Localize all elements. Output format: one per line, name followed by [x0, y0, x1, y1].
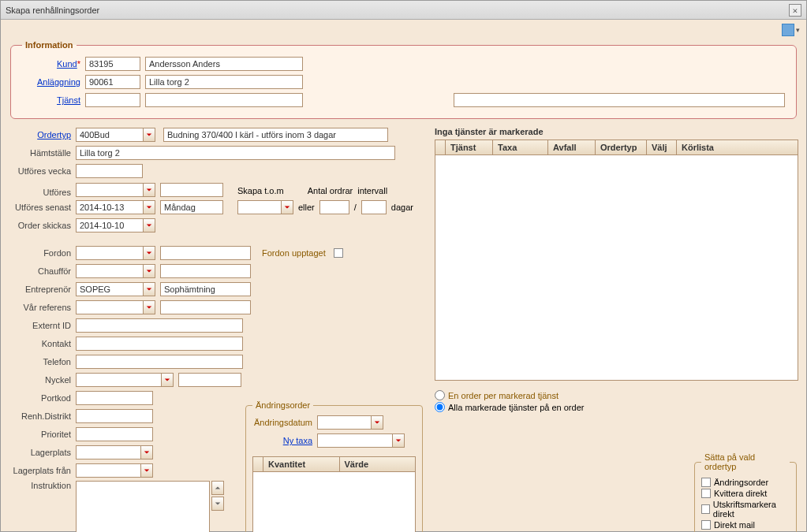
- renh-distrikt-input[interactable]: [76, 409, 153, 423]
- toolbar-action-icon[interactable]: [782, 24, 794, 36]
- nyckel-input[interactable]: [76, 373, 161, 387]
- anlaggning-input[interactable]: [85, 75, 140, 89]
- kontakt-input[interactable]: [76, 337, 243, 351]
- dagar-label: dagar: [387, 203, 418, 212]
- portkod-label: Portkod: [9, 393, 76, 403]
- skapa-tom-input[interactable]: [237, 200, 281, 214]
- kund-link[interactable]: Kund: [57, 59, 77, 69]
- entreprenor-input[interactable]: [76, 282, 143, 296]
- dropdown-icon[interactable]: [143, 264, 155, 278]
- dropdown-icon[interactable]: [161, 373, 174, 387]
- utfores-vecka-input[interactable]: [76, 164, 143, 178]
- ny-taxa-link[interactable]: Ny taxa: [283, 436, 312, 445]
- nyckel-combo[interactable]: [76, 373, 174, 387]
- andring-grid-body[interactable]: [253, 472, 415, 532]
- skapa-tom-combo[interactable]: [237, 200, 293, 214]
- direkt-mail-cb-label: Direkt mail: [714, 520, 755, 530]
- fordon-input[interactable]: [76, 246, 143, 260]
- alla-order-radio[interactable]: [435, 402, 445, 412]
- telefon-input[interactable]: [76, 355, 243, 369]
- andringsdatum-combo[interactable]: [317, 415, 383, 430]
- tjanster-heading: Inga tjänster är markerade: [435, 127, 798, 136]
- andringsdatum-input[interactable]: [317, 415, 371, 430]
- lagerplats-fran-combo[interactable]: [76, 463, 153, 478]
- dropdown-icon[interactable]: [143, 200, 155, 214]
- col-kvantitet[interactable]: Kvantitet: [263, 457, 340, 471]
- portkod-input[interactable]: [76, 391, 153, 405]
- utfores-day: [160, 183, 223, 197]
- dropdown-icon[interactable]: [143, 300, 155, 314]
- col-ordertyp[interactable]: Ordertyp: [596, 140, 647, 154]
- renh-distrikt-label: Renh.Distrikt: [9, 411, 76, 421]
- col-valj[interactable]: Välj: [647, 140, 677, 154]
- ordertyp-input[interactable]: [76, 128, 143, 142]
- externt-id-label: Externt ID: [9, 321, 76, 330]
- dropdown-icon[interactable]: [143, 282, 155, 296]
- kontakt-label: Kontakt: [9, 339, 76, 348]
- toolbar-dropdown-icon[interactable]: ▾: [796, 26, 800, 34]
- hamtstalle-input[interactable]: [76, 146, 395, 160]
- dropdown-icon[interactable]: [143, 183, 155, 197]
- fordon-upptaget-checkbox[interactable]: [334, 248, 343, 258]
- andringsorder-checkbox[interactable]: [701, 478, 711, 487]
- fordon-combo[interactable]: [76, 246, 155, 260]
- chauffor-input[interactable]: [76, 264, 143, 278]
- tjanster-grid-body[interactable]: [435, 155, 798, 380]
- dropdown-icon[interactable]: [143, 128, 155, 142]
- utfores-input[interactable]: [76, 183, 143, 197]
- dropdown-icon[interactable]: [281, 200, 293, 214]
- lagerplats-fran-input[interactable]: [76, 463, 140, 478]
- dropdown-icon[interactable]: [371, 415, 383, 430]
- dropdown-icon[interactable]: [140, 463, 153, 478]
- kvittera-checkbox[interactable]: [701, 489, 711, 498]
- utfores-combo[interactable]: [76, 183, 155, 197]
- externt-id-input[interactable]: [76, 318, 243, 333]
- col-taxa[interactable]: Taxa: [493, 140, 548, 154]
- utfores-senast-day: [160, 200, 223, 214]
- anlaggning-name: [145, 75, 303, 89]
- prioritet-input[interactable]: [76, 427, 153, 441]
- entreprenor-combo[interactable]: [76, 282, 155, 296]
- ordertyp-combo[interactable]: [76, 128, 155, 142]
- direkt-mail-checkbox[interactable]: [701, 520, 711, 530]
- lagerplats-input[interactable]: [76, 445, 140, 459]
- satta-group: Sätta på vald ordertyp Ändringsorder Kvi…: [694, 452, 797, 532]
- tjanst-input[interactable]: [85, 93, 140, 107]
- intervall-input[interactable]: [361, 200, 387, 214]
- window-close-button[interactable]: ⨉: [789, 4, 801, 17]
- order-skickas-combo[interactable]: [76, 218, 155, 233]
- dropdown-icon[interactable]: [140, 445, 153, 459]
- ny-taxa-input[interactable]: [317, 433, 392, 448]
- kund-input[interactable]: [85, 57, 140, 71]
- var-referens-combo[interactable]: [76, 300, 155, 314]
- col-avfall[interactable]: Avfall: [548, 140, 596, 154]
- antal-ordrar-input[interactable]: [319, 200, 349, 214]
- dropdown-icon[interactable]: [392, 433, 405, 448]
- col-varde[interactable]: Värde: [340, 457, 416, 471]
- lagerplats-combo[interactable]: [76, 445, 153, 459]
- ny-taxa-combo[interactable]: [317, 433, 405, 448]
- utfores-senast-combo[interactable]: [76, 200, 155, 214]
- chauffor-label: Chaufför: [9, 266, 76, 276]
- var-referens-input[interactable]: [76, 300, 143, 314]
- instruktion-textarea[interactable]: [76, 481, 210, 532]
- col-korlista[interactable]: Körlista: [677, 140, 798, 154]
- utfores-senast-input[interactable]: [76, 200, 143, 214]
- fordon-name: [160, 246, 251, 260]
- ordertyp-desc: [163, 128, 388, 142]
- information-legend: Information: [22, 40, 77, 50]
- chauffor-name: [160, 264, 251, 278]
- col-tjanst[interactable]: Tjänst: [446, 140, 493, 154]
- intervall-label: intervall: [357, 186, 387, 195]
- dropdown-icon[interactable]: [143, 218, 155, 233]
- instruktion-up-icon[interactable]: [211, 481, 224, 495]
- dropdown-icon[interactable]: [143, 246, 155, 260]
- instruktion-down-icon[interactable]: [211, 497, 224, 511]
- anlaggning-link[interactable]: Anläggning: [37, 77, 80, 87]
- ordertyp-link[interactable]: Ordertyp: [37, 130, 71, 140]
- order-skickas-input[interactable]: [76, 218, 143, 233]
- utskrift-checkbox[interactable]: [701, 504, 710, 514]
- en-order-radio[interactable]: [435, 390, 445, 400]
- chauffor-combo[interactable]: [76, 264, 155, 278]
- tjanst-link[interactable]: Tjänst: [57, 95, 80, 105]
